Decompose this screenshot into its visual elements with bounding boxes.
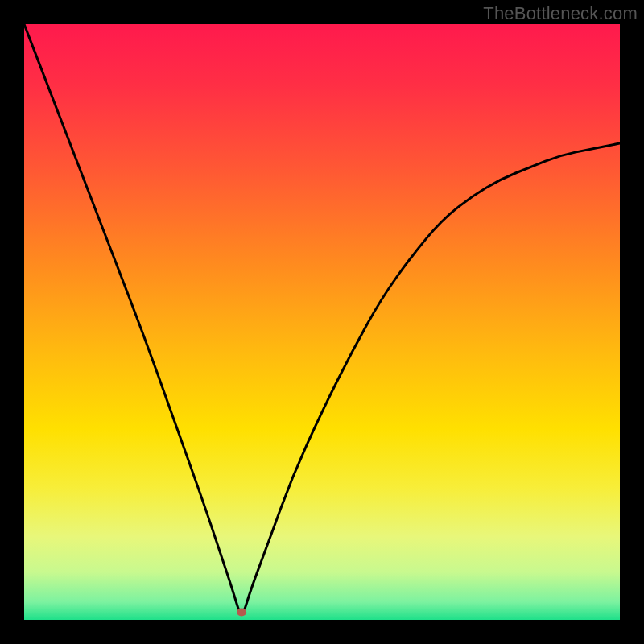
gradient-background <box>24 24 620 620</box>
watermark-text: TheBottleneck.com <box>483 3 638 24</box>
chart-frame: TheBottleneck.com <box>0 0 644 644</box>
plot-svg <box>24 24 620 620</box>
optimal-point-marker <box>237 608 246 616</box>
plot-area <box>24 24 620 620</box>
